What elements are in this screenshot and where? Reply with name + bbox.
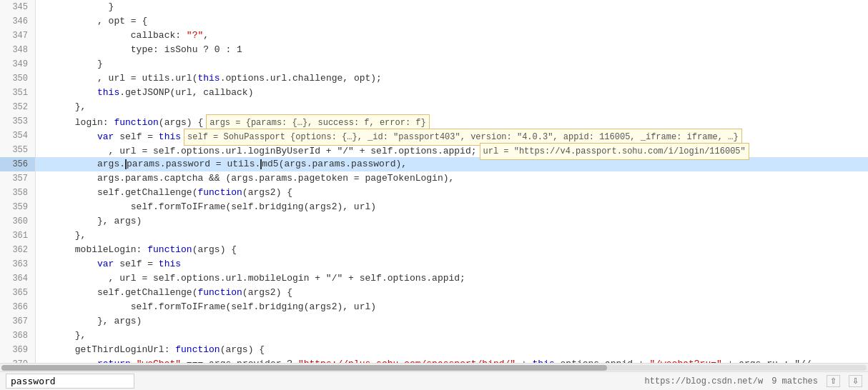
table-row: 364 , url = self.options.url.mobileLogin… xyxy=(0,271,868,286)
horizontal-scrollbar[interactable] xyxy=(0,363,868,371)
scrollbar-thumb[interactable] xyxy=(1,365,607,371)
line-number: 349 xyxy=(0,57,36,71)
code-token: var xyxy=(97,259,114,269)
line-number: 353 xyxy=(0,114,36,129)
code-token: callback: xyxy=(41,30,187,41)
code-token: "?" xyxy=(187,30,203,41)
line-content: mobileLogin: function(args) { xyxy=(36,243,868,257)
code-token: }, xyxy=(41,330,86,341)
line-number: 350 xyxy=(0,71,36,86)
line-content: type: isSohu ? 0 : 1 xyxy=(36,43,868,57)
code-token: }, args) xyxy=(41,216,142,226)
code-token: } xyxy=(41,59,103,69)
line-number: 348 xyxy=(0,43,36,57)
code-token xyxy=(41,131,97,142)
table-row: 347 callback: "?", xyxy=(0,29,868,43)
line-number: 369 xyxy=(0,343,36,357)
code-token: function xyxy=(197,187,242,198)
line-number: 359 xyxy=(0,200,36,214)
search-box xyxy=(6,374,134,389)
line-content: , url = utils.url(this.options.url.chall… xyxy=(36,71,868,86)
url-hint: https://blog.csdn.net/w xyxy=(645,376,764,386)
line-number: 347 xyxy=(0,29,36,43)
code-token: this xyxy=(197,73,220,84)
line-content: args.params.password = utils.md5(args.pa… xyxy=(36,157,868,171)
code-token: args.params.captcha && (args.params.page… xyxy=(41,173,454,184)
code-token: .options.url.challenge, opt); xyxy=(220,73,382,84)
next-match-button[interactable]: ⇩ xyxy=(849,375,862,387)
code-token: }, xyxy=(41,230,86,241)
line-number: 365 xyxy=(0,286,36,300)
code-token: (args2) { xyxy=(242,187,292,198)
line-content: , opt = { xyxy=(36,14,868,29)
line-content: , url = self.options.url.loginByUserId +… xyxy=(36,143,868,157)
line-content: self.getChallenge(function(args2) { xyxy=(36,286,868,300)
code-token: self.formToIFrame(self.bridging(args2), … xyxy=(41,301,376,312)
table-row: 369 getThirdLoginUrl: function(args) { xyxy=(0,343,868,357)
table-row: 354 var self = this self = SohuPassport … xyxy=(0,129,868,143)
code-token: args. xyxy=(41,159,125,169)
code-token: (args) { xyxy=(159,117,203,128)
scrollbar-track[interactable] xyxy=(1,365,867,371)
line-content: self.formToIFrame(self.bridging(args2), … xyxy=(36,300,868,314)
table-row: 359 self.formToIFrame(self.bridging(args… xyxy=(0,200,868,214)
line-content: }, args) xyxy=(36,214,868,229)
line-number: 358 xyxy=(0,186,36,200)
line-number: 370 xyxy=(0,357,36,363)
table-row: 351 this.getJSONP(url, callback) xyxy=(0,86,868,100)
line-number: 360 xyxy=(0,214,36,229)
search-input[interactable] xyxy=(6,374,134,389)
code-token: self = xyxy=(114,259,158,269)
table-row: 361 }, xyxy=(0,229,868,243)
line-number: 354 xyxy=(0,129,36,143)
line-number: 367 xyxy=(0,314,36,329)
code-token: function xyxy=(175,344,220,355)
table-row: 345 } xyxy=(0,0,868,14)
code-token: function xyxy=(197,287,242,298)
line-number: 356 xyxy=(0,157,36,171)
table-row: 346 , opt = { xyxy=(0,14,868,29)
table-row: 357 args.params.captcha && (args.params.… xyxy=(0,171,868,186)
code-token: , url = self.options.url.loginByUserId +… xyxy=(41,146,477,156)
line-content: }, xyxy=(36,229,868,243)
line-number: 357 xyxy=(0,171,36,186)
code-token: getThirdLoginUrl: xyxy=(41,344,175,355)
line-content: , url = self.options.url.mobileLogin + "… xyxy=(36,271,868,286)
line-content: }, xyxy=(36,329,868,343)
table-row: 358 self.getChallenge(function(args2) { xyxy=(0,186,868,200)
line-content: var self = this xyxy=(36,257,868,271)
line-content: } xyxy=(36,57,868,71)
line-number: 366 xyxy=(0,300,36,314)
code-token: function xyxy=(114,117,158,128)
code-token: self.getChallenge( xyxy=(41,187,197,198)
line-content: callback: "?", xyxy=(36,29,868,43)
table-row: 365 self.getChallenge(function(args2) { xyxy=(0,286,868,300)
table-row: 363 var self = this xyxy=(0,257,868,271)
line-number: 364 xyxy=(0,271,36,286)
code-token: } xyxy=(41,1,114,12)
code-token: , opt = { xyxy=(41,16,147,26)
code-token: }, xyxy=(41,101,86,112)
line-number: 355 xyxy=(0,143,36,157)
code-token: type: isSohu ? 0 : 1 xyxy=(41,44,242,55)
line-number: 362 xyxy=(0,243,36,257)
table-row: 356 args.params.password = utils.md5(arg… xyxy=(0,157,868,171)
prev-match-button[interactable]: ⇧ xyxy=(827,375,840,387)
code-token: mobileLogin: xyxy=(41,244,147,255)
code-token: self = xyxy=(114,131,158,142)
code-lines: 345 }346 , opt = {347 callback: "?",348 … xyxy=(0,0,868,363)
table-row: 352 }, xyxy=(0,100,868,114)
code-token: }, args) xyxy=(41,316,142,326)
line-number: 345 xyxy=(0,0,36,14)
code-token: md5(args.params.password), xyxy=(262,159,407,169)
line-content: self.getChallenge(function(args2) { xyxy=(36,186,868,200)
code-token: (args) { xyxy=(192,244,237,255)
code-token: params.password = utils. xyxy=(127,159,260,169)
line-number: 346 xyxy=(0,14,36,29)
line-content: }, xyxy=(36,100,868,114)
table-row: 366 self.formToIFrame(self.bridging(args… xyxy=(0,300,868,314)
line-number: 363 xyxy=(0,257,36,271)
code-token: this xyxy=(97,87,119,98)
match-count: 9 matches xyxy=(771,376,818,386)
status-right: https://blog.csdn.net/w 9 matches ⇧ ⇩ xyxy=(645,375,862,387)
